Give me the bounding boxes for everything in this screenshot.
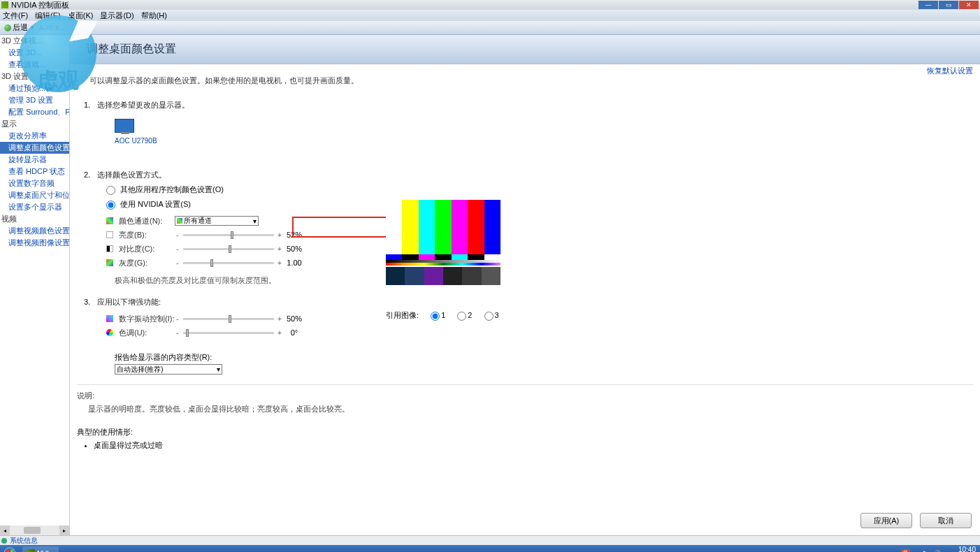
app-icon — [1, 1, 8, 8]
tree-node[interactable]: 查看 HDCP 状态 — [0, 166, 69, 177]
page-description: 可以调整显示器的桌面颜色设置。如果您使用的是电视机，也可提升画面质量。 — [89, 75, 966, 86]
menu-bar: 文件(F) 编辑(E) 桌面(K) 显示器(D) 帮助(H) — [0, 10, 980, 21]
tray-volume-icon[interactable]: 🔊 — [932, 550, 941, 553]
refimg-radio-1[interactable] — [431, 312, 440, 321]
svg-rect-1 — [6, 550, 10, 552]
gamma-value: 1.00 — [282, 259, 306, 267]
navigation-tree: 3D 立体视... 设置 3D... 查看游戏... 3D 设置 通过预览...… — [0, 35, 70, 535]
tree-node[interactable]: 设置 3D... — [0, 47, 69, 59]
menu-display[interactable]: 显示器(D) — [100, 10, 134, 21]
tree-node[interactable]: 设置多个显示器 — [0, 201, 69, 213]
usecase-header: 典型的使用情形: — [77, 427, 980, 437]
channel-swatch-icon — [106, 217, 113, 224]
window-maximize-button[interactable]: ▭ — [939, 1, 958, 9]
channel-label: 颜色通道(N): — [119, 216, 175, 226]
window-title: NVIDIA 控制面板 — [11, 0, 69, 10]
tree-node-active[interactable]: 调整桌面颜色设置 — [0, 142, 69, 154]
scroll-thumb[interactable] — [24, 527, 41, 534]
tree-node[interactable]: 查看游戏... — [0, 59, 69, 71]
menu-file[interactable]: 文件(F) — [3, 10, 28, 21]
system-info-bar[interactable]: 系统信息 — [0, 535, 980, 545]
menu-help[interactable]: 帮助(H) — [141, 10, 167, 21]
gamma-label: 灰度(G): — [119, 258, 175, 268]
hue-label: 色调(U): — [119, 328, 175, 338]
gamma-swatch-icon — [106, 259, 113, 266]
tree-node[interactable]: 设置数字音频 — [0, 177, 69, 189]
svg-rect-2 — [10, 550, 14, 552]
tree-node[interactable]: 旋转显示器 — [0, 154, 69, 166]
tree-node[interactable]: 配置 Surround、Ph... — [0, 106, 69, 118]
tree-category-display[interactable]: 显示 — [0, 118, 69, 130]
back-button[interactable]: 后退 ▾ — [4, 22, 34, 33]
monitor-name[interactable]: AOC U2790B — [115, 137, 980, 145]
dvc-value: 50% — [282, 314, 306, 323]
contrast-swatch-icon — [106, 245, 113, 252]
dvc-swatch-icon — [106, 315, 113, 322]
window-close-button[interactable]: ✕ — [959, 1, 979, 9]
tray-ime-icon[interactable]: S — [901, 549, 910, 553]
color-channel-combo[interactable]: 所有通道 ▾ — [175, 216, 259, 226]
slider-thumb[interactable] — [229, 315, 231, 323]
refimg-radio-2[interactable] — [457, 312, 466, 321]
refimg-radio-3[interactable] — [484, 312, 493, 321]
tree-category-video[interactable]: 视频 — [0, 213, 69, 225]
dvc-label: 数字振动控制(I): — [119, 314, 175, 324]
tray-flag-icon[interactable]: ⚑ — [922, 550, 928, 553]
content-type-combo[interactable]: 自动选择(推荐) ▾ — [115, 364, 222, 375]
restore-defaults-link[interactable]: 恢复默认设置 — [927, 66, 973, 76]
chevron-down-icon: ▾ — [253, 217, 257, 225]
tree-node[interactable]: 管理 3D 设置 — [0, 94, 69, 106]
status-dot-icon — [1, 538, 7, 544]
tree-node[interactable]: 通过预览...设... — [0, 82, 69, 94]
slider-thumb[interactable] — [210, 259, 213, 267]
page-title: 调整桌面颜色设置 — [70, 35, 980, 64]
combo-swatch-icon — [177, 218, 182, 224]
brightness-swatch-icon — [106, 231, 113, 238]
slider-thumb[interactable] — [186, 329, 189, 337]
step2-title: 选择颜色设置方式。 — [97, 170, 166, 179]
radio-nvidia[interactable] — [106, 201, 115, 210]
color-preview-image — [386, 200, 500, 285]
radio-other-apps-label: 其他应用程序控制颜色设置(O) — [120, 185, 224, 194]
menu-edit[interactable]: 编辑(E) — [35, 10, 61, 21]
tree-category-3d-vision[interactable]: 3D 立体视... — [0, 35, 69, 47]
usecase-item: 桌面显得过亮或过暗 — [94, 440, 980, 451]
nvidia-icon — [27, 549, 35, 552]
contrast-label: 对比度(C): — [119, 244, 175, 254]
step3-title: 应用以下增强功能: — [97, 298, 161, 306]
tree-node[interactable]: 调整视频图像设置 — [0, 237, 69, 249]
back-icon — [4, 24, 11, 31]
tree-node[interactable]: 调整桌面尺寸和位置 — [0, 189, 69, 201]
gamma-slider[interactable] — [183, 262, 274, 264]
taskbar-app-nvidia[interactable]: NVI... — [22, 546, 59, 552]
contrast-slider[interactable] — [183, 248, 274, 250]
slider-thumb[interactable] — [229, 245, 231, 253]
refimg-label: 引用图像: — [386, 311, 419, 319]
monitor-icon[interactable] — [115, 119, 134, 133]
hue-slider[interactable] — [183, 332, 274, 334]
tree-node[interactable]: 更改分辨率 — [0, 130, 69, 142]
sidebar-horizontal-scrollbar[interactable]: ◂ ▸ — [0, 525, 69, 535]
scroll-right-arrow[interactable]: ▸ — [59, 525, 69, 535]
apply-button[interactable]: 应用(A) — [860, 513, 912, 528]
window-minimize-button[interactable]: — — [918, 1, 938, 9]
cancel-button[interactable]: 取消 — [920, 513, 972, 528]
breadcrumb: a->b:s... — [39, 24, 64, 31]
chevron-down-icon: ▾ — [31, 24, 34, 31]
brightness-value: 52% — [282, 231, 306, 239]
tree-category-3d-settings[interactable]: 3D 设置 — [0, 71, 69, 82]
menu-desktop[interactable]: 桌面(K) — [68, 10, 94, 21]
scroll-left-arrow[interactable]: ◂ — [0, 525, 10, 535]
taskbar-clock[interactable]: 10:40 2019/8/14 — [945, 546, 977, 552]
slider-thumb[interactable] — [231, 231, 233, 239]
tree-node[interactable]: 调整视频颜色设置 — [0, 225, 69, 237]
dvc-slider[interactable] — [183, 318, 274, 320]
content-type-label: 报告给显示器的内容类型(R): — [115, 352, 980, 363]
gamma-limit-note: 极高和极低的亮度及对比度值可限制灰度范围。 — [115, 275, 980, 286]
start-button[interactable] — [0, 545, 20, 552]
toolbar: 后退 ▾ a->b:s... — [0, 21, 980, 35]
tray-chevron-icon[interactable]: ▴ — [914, 550, 918, 553]
hue-swatch-icon — [106, 329, 113, 336]
radio-other-apps[interactable] — [106, 186, 115, 195]
brightness-slider[interactable] — [183, 234, 274, 236]
